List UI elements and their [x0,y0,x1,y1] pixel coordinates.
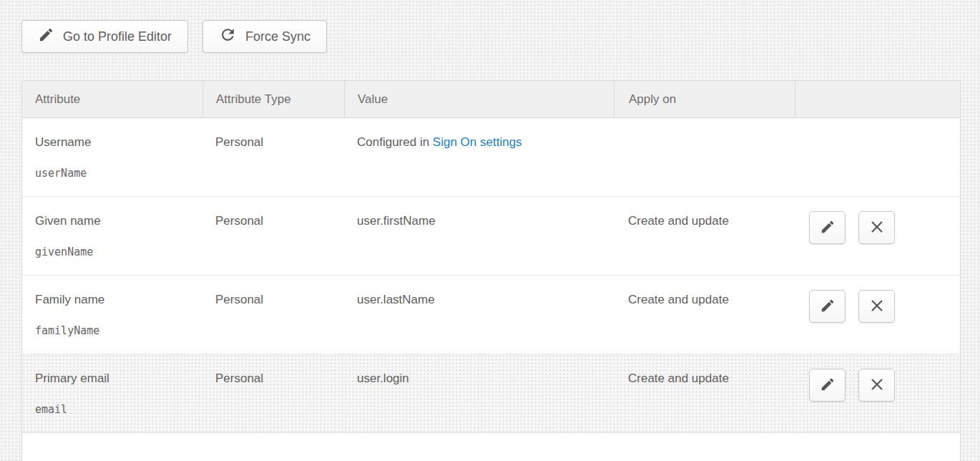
pencil-icon [38,26,54,47]
value-cell: user.login [344,354,614,432]
actions-cell [795,118,960,196]
delete-attribute-button[interactable] [858,369,895,402]
table-header-row: Attribute Attribute Type Value Apply on [22,81,960,118]
sign-on-settings-link[interactable]: Sign On settings [433,135,522,149]
force-sync-label: Force Sync [245,29,310,44]
delete-attribute-button[interactable] [858,290,895,323]
close-icon [869,219,885,237]
column-header-attribute: Attribute [22,81,202,117]
table-row: Primary email email Personal user.login … [22,354,960,433]
apply-on-cell: Create and update [614,354,795,432]
column-header-actions [795,81,960,117]
actions-cell [795,197,960,275]
toolbar: Go to Profile Editor Force Sync [0,0,980,53]
value-cell: user.firstName [344,197,614,275]
value-cell: user.lastName [344,276,614,354]
attribute-label: Family name [35,293,104,306]
attribute-type-cell: Personal [202,197,344,275]
attribute-label: Username [35,135,91,149]
attribute-variable-name: givenName [35,246,190,258]
refresh-icon [219,26,237,47]
close-icon [869,298,885,316]
go-to-profile-editor-button[interactable]: Go to Profile Editor [21,20,188,53]
attribute-variable-name: email [35,403,190,416]
attribute-cell: Given name givenName [22,197,202,275]
attribute-type-cell: Personal [202,118,344,196]
attribute-cell: Username userName [22,118,202,196]
delete-attribute-button[interactable] [858,211,895,244]
close-icon [869,377,885,394]
pencil-icon [820,377,836,394]
attribute-label: Primary email [35,372,109,385]
actions-cell [795,276,960,354]
apply-on-cell: Create and update [614,197,795,275]
attribute-mapping-table: Attribute Attribute Type Value Apply on … [21,80,961,433]
attribute-variable-name: userName [35,167,190,180]
attribute-cell: Primary email email [22,354,202,432]
actions-cell [795,354,960,432]
go-to-profile-editor-label: Go to Profile Editor [63,29,172,44]
column-header-apply-on: Apply on [614,81,795,117]
table-row: Family name familyName Personal user.las… [22,276,960,354]
table-row: Given name givenName Personal user.first… [22,197,960,276]
attribute-label: Given name [35,214,101,228]
apply-on-cell: Create and update [614,276,795,354]
pencil-icon [820,298,836,316]
value-text: Configured in [357,135,433,149]
column-header-value: Value [344,81,614,117]
table-row: Username userName Personal Configured in… [22,118,960,197]
pencil-icon [820,219,836,237]
column-header-attribute-type: Attribute Type [202,81,344,117]
value-cell: Configured in Sign On settings [344,118,614,196]
attribute-type-cell: Personal [202,354,344,432]
apply-on-cell [614,118,795,196]
attribute-cell: Family name familyName [22,276,202,354]
attribute-type-cell: Personal [202,276,344,354]
edit-attribute-button[interactable] [809,290,846,323]
edit-attribute-button[interactable] [809,211,846,244]
force-sync-button[interactable]: Force Sync [202,20,327,53]
table-row-partial [21,433,961,461]
attribute-variable-name: familyName [35,324,190,337]
edit-attribute-button[interactable] [809,369,846,402]
